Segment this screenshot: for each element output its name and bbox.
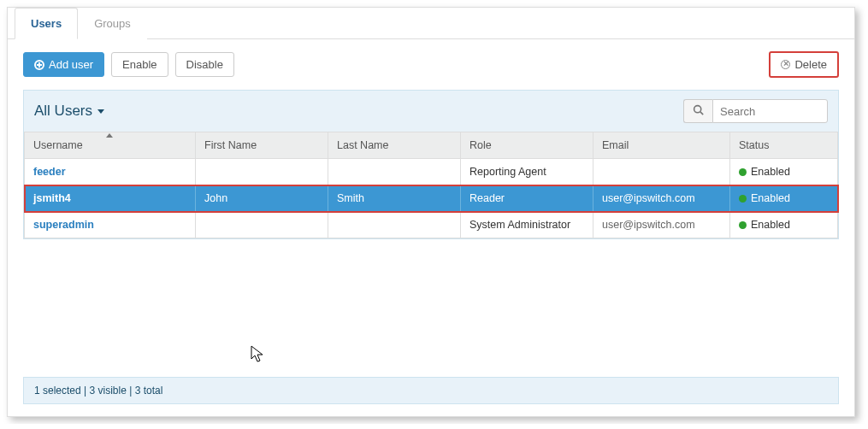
users-panel: Users Groups Add user Enable Disable Del… — [7, 7, 855, 417]
remove-circle-icon — [781, 60, 790, 69]
col-email[interactable]: Email — [593, 132, 730, 159]
search-input[interactable] — [712, 99, 828, 123]
cell-status: Enabled — [730, 159, 838, 185]
tab-users[interactable]: Users — [15, 8, 78, 39]
users-table: Username First Name Last Name Role Email… — [24, 132, 838, 238]
plus-circle-icon — [34, 60, 44, 70]
username-link[interactable]: superadmin — [33, 219, 94, 231]
cell-first-name — [196, 212, 328, 238]
tab-groups[interactable]: Groups — [78, 8, 147, 39]
cell-email — [593, 159, 730, 185]
table-row[interactable]: superadminSystem Administratoruser@ipswi… — [25, 212, 838, 238]
filter-dropdown[interactable]: All Users — [34, 103, 104, 120]
toolbar: Add user Enable Disable Delete — [8, 39, 854, 90]
sort-asc-icon — [106, 133, 113, 138]
cell-role: System Administrator — [461, 212, 593, 238]
cell-email: user@ipswitch.com — [593, 212, 730, 238]
delete-label: Delete — [794, 58, 827, 71]
username-link[interactable]: feeder — [33, 166, 66, 178]
col-first-name[interactable]: First Name — [196, 132, 328, 159]
status-footer: 1 selected | 3 visible | 3 total — [23, 377, 839, 404]
search-button[interactable] — [683, 99, 712, 123]
add-user-label: Add user — [49, 58, 93, 71]
search-icon — [693, 104, 704, 115]
table-row[interactable]: feederReporting AgentEnabled — [25, 159, 838, 185]
status-dot-icon — [739, 221, 747, 229]
cell-last-name — [328, 212, 461, 238]
tab-bar: Users Groups — [8, 8, 854, 39]
table-header-row: Username First Name Last Name Role Email… — [25, 132, 838, 159]
cursor-icon — [251, 345, 266, 364]
filter-bar: All Users — [24, 91, 838, 132]
cell-first-name: John — [196, 185, 328, 212]
filter-title-text: All Users — [34, 103, 92, 120]
enable-button[interactable]: Enable — [111, 52, 168, 77]
search-group — [683, 99, 828, 123]
delete-button[interactable]: Delete — [769, 51, 839, 78]
status-dot-icon — [739, 195, 747, 203]
content-area: All Users Username First — [23, 90, 839, 239]
disable-button[interactable]: Disable — [175, 52, 234, 77]
status-dot-icon — [739, 168, 747, 176]
cell-role: Reporting Agent — [461, 159, 593, 185]
svg-point-0 — [694, 106, 701, 113]
col-username[interactable]: Username — [25, 132, 196, 159]
add-user-button[interactable]: Add user — [23, 52, 104, 77]
cell-role: Reader — [461, 185, 593, 212]
cell-last-name — [328, 159, 461, 185]
col-status[interactable]: Status — [730, 132, 838, 159]
cell-first-name — [196, 159, 328, 185]
cell-status: Enabled — [730, 185, 838, 212]
col-role[interactable]: Role — [461, 132, 593, 159]
col-last-name[interactable]: Last Name — [328, 132, 461, 159]
cell-email: user@ipswitch.com — [593, 185, 730, 212]
username-link[interactable]: jsmith4 — [33, 192, 71, 204]
caret-down-icon — [97, 109, 104, 114]
cell-status: Enabled — [730, 212, 838, 238]
table-row[interactable]: jsmith4JohnSmithReaderuser@ipswitch.comE… — [25, 185, 838, 212]
svg-line-1 — [700, 112, 703, 115]
cell-last-name: Smith — [328, 185, 461, 212]
